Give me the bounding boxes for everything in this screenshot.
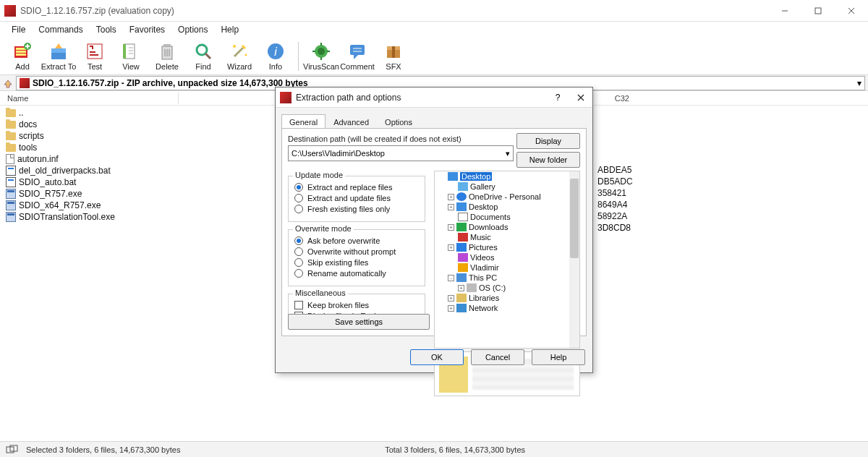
tree-node[interactable]: +Desktop bbox=[435, 202, 579, 212]
overwrite-opt-0[interactable]: Ask before overwrite bbox=[294, 236, 419, 245]
tree-label: Desktop bbox=[460, 172, 492, 181]
tree-label: OneDrive - Personal bbox=[469, 192, 541, 201]
overwrite-opt-3[interactable]: Rename automatically bbox=[294, 269, 419, 278]
radio-icon bbox=[294, 269, 303, 278]
dialog-title: Extraction path and options bbox=[296, 93, 546, 103]
tree-expand-icon[interactable]: + bbox=[448, 244, 454, 251]
update-opt-2[interactable]: Fresh existing files only bbox=[294, 205, 419, 213]
tree-node[interactable]: -This PC bbox=[435, 273, 579, 283]
tree-node[interactable]: +Pictures bbox=[435, 242, 579, 252]
radio-icon bbox=[294, 247, 303, 256]
vid-icon bbox=[458, 253, 468, 262]
tab-options[interactable]: Options bbox=[377, 114, 420, 129]
folder-icon bbox=[456, 202, 467, 211]
tree-node[interactable]: Music bbox=[435, 232, 579, 242]
dest-path-value: C:\Users\Vladimir\Desktop bbox=[292, 149, 385, 158]
folder-tree[interactable]: DesktopGallery+OneDrive - Personal+Deskt… bbox=[434, 171, 580, 349]
tree-label: Vladimir bbox=[470, 263, 499, 272]
dialog-body: Destination path (will be created if doe… bbox=[281, 128, 587, 336]
dialog-tabs: General Advanced Options bbox=[276, 111, 592, 129]
tree-expand-icon[interactable]: + bbox=[448, 204, 454, 210]
crc-value bbox=[597, 107, 633, 119]
tree-label: Videos bbox=[470, 253, 494, 262]
update-opt-1[interactable]: Extract and update files bbox=[294, 194, 419, 202]
tree-node[interactable]: Desktop bbox=[435, 171, 579, 181]
tree-label: Downloads bbox=[469, 223, 508, 231]
help-button[interactable]: Help bbox=[532, 349, 585, 365]
radio-icon bbox=[294, 258, 303, 267]
tree-expand-icon[interactable]: + bbox=[448, 295, 454, 302]
tree-node[interactable]: +Downloads bbox=[435, 222, 579, 232]
tree-node[interactable]: +Network bbox=[435, 303, 579, 313]
tree-node[interactable]: Documents bbox=[435, 212, 579, 222]
scrollbar-thumb[interactable] bbox=[570, 179, 579, 258]
tree-node[interactable]: +OS (C:) bbox=[435, 283, 579, 293]
dialog-backdrop: Extraction path and options ? General Ad… bbox=[0, 0, 868, 457]
doc-icon bbox=[458, 213, 468, 221]
display-button[interactable]: Display bbox=[516, 133, 580, 149]
crc-value: 358421 bbox=[597, 188, 633, 200]
dest-path-input[interactable]: C:\Users\Vladimir\Desktop ▾ bbox=[288, 145, 514, 161]
tree-node[interactable]: +Libraries bbox=[435, 293, 579, 303]
crc-value: 3D8CD8 bbox=[597, 223, 633, 234]
extraction-dialog: Extraction path and options ? General Ad… bbox=[275, 87, 593, 373]
tree-label: Music bbox=[470, 233, 491, 242]
home-icon bbox=[458, 263, 468, 272]
misc-title: Miscellaneous bbox=[293, 289, 348, 297]
tree-label: Pictures bbox=[469, 243, 498, 252]
crc-value: 58922A bbox=[597, 211, 633, 223]
tree-node[interactable]: Vladimir bbox=[435, 262, 579, 273]
ok-button[interactable]: OK bbox=[410, 349, 464, 365]
tree-expand-icon[interactable]: + bbox=[448, 224, 454, 231]
tree-label: Desktop bbox=[469, 202, 498, 211]
tree-expand-icon[interactable]: + bbox=[448, 194, 454, 200]
checkbox-icon bbox=[294, 301, 303, 309]
tree-label: Documents bbox=[470, 213, 511, 221]
dialog-titlebar: Extraction path and options ? bbox=[276, 87, 592, 108]
overwrite-opt-2[interactable]: Skip existing files bbox=[294, 258, 419, 267]
cloud-icon bbox=[456, 192, 467, 201]
radio-icon bbox=[294, 194, 303, 202]
net-icon bbox=[456, 304, 467, 312]
dialog-app-icon bbox=[280, 92, 292, 103]
tree-expand-icon[interactable]: + bbox=[448, 305, 454, 312]
tab-advanced[interactable]: Advanced bbox=[326, 114, 377, 129]
radio-icon bbox=[294, 183, 303, 192]
pic-icon bbox=[456, 243, 467, 252]
overwrite-mode-title: Overwrite mode bbox=[293, 224, 354, 233]
down-icon bbox=[456, 223, 467, 231]
tree-label: OS (C:) bbox=[479, 283, 506, 292]
cancel-button[interactable]: Cancel bbox=[471, 349, 524, 365]
crc-value bbox=[597, 153, 633, 165]
dialog-close-button[interactable] bbox=[569, 87, 592, 108]
crc-value: 8649A4 bbox=[597, 200, 633, 211]
tree-node[interactable]: Gallery bbox=[435, 181, 579, 192]
tree-expand-icon[interactable]: + bbox=[458, 285, 464, 291]
tree-node[interactable]: +OneDrive - Personal bbox=[435, 192, 579, 202]
crc-value: DB5ADC bbox=[597, 176, 633, 188]
tree-node[interactable]: Videos bbox=[435, 252, 579, 262]
tree-label: Network bbox=[469, 304, 498, 312]
crc-value bbox=[597, 119, 633, 130]
chevron-down-icon: ▾ bbox=[506, 149, 510, 158]
music-icon bbox=[458, 233, 468, 242]
overwrite-opt-1[interactable]: Overwrite without prompt bbox=[294, 247, 419, 256]
crc-value bbox=[597, 142, 633, 153]
radio-icon bbox=[294, 205, 303, 213]
tree-expand-icon[interactable]: - bbox=[448, 275, 454, 281]
dialog-footer: OK Cancel Help bbox=[410, 349, 585, 365]
pc-icon bbox=[456, 273, 467, 282]
dialog-help-button[interactable]: ? bbox=[546, 87, 569, 108]
crc-value bbox=[597, 130, 633, 142]
tree-label: Libraries bbox=[469, 294, 499, 302]
overwrite-mode-group: Overwrite mode Ask before overwrite Over… bbox=[288, 229, 425, 286]
update-mode-title: Update mode bbox=[293, 171, 345, 179]
save-settings-button[interactable]: Save settings bbox=[288, 314, 430, 330]
update-opt-0[interactable]: Extract and replace files bbox=[294, 183, 419, 192]
disk-icon bbox=[467, 283, 477, 292]
tree-scrollbar[interactable] bbox=[569, 171, 579, 348]
crc-value: ABDEA5 bbox=[597, 165, 633, 176]
tab-general[interactable]: General bbox=[281, 114, 326, 129]
misc-opt-0[interactable]: Keep broken files bbox=[294, 301, 419, 309]
new-folder-button[interactable]: New folder bbox=[516, 152, 580, 168]
